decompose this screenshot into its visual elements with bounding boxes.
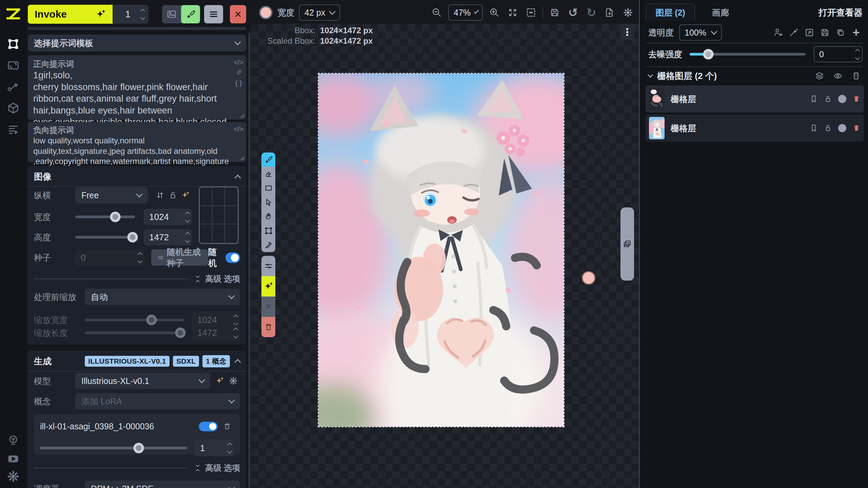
delete-layer-icon[interactable] — [852, 95, 861, 103]
negative-prompt-text[interactable]: low quality,worst quality,normal quality… — [33, 136, 233, 167]
brush-color-swatch[interactable] — [259, 6, 273, 19]
queue-count-stepper[interactable]: 1 — [113, 5, 149, 24]
rail-support-icon[interactable] — [0, 431, 26, 450]
aspect-select[interactable]: Free — [75, 187, 148, 203]
pose-layer-icon[interactable] — [772, 25, 785, 40]
lock-open-icon[interactable] — [824, 95, 832, 103]
rail-canvas-tab[interactable] — [0, 35, 26, 54]
fit-canvas-icon[interactable] — [506, 5, 519, 20]
layer-color-dot[interactable] — [838, 124, 846, 132]
scale-mode-select[interactable]: 自动 — [85, 289, 240, 305]
duplicate-layer-icon[interactable] — [834, 25, 847, 40]
image-section-header[interactable]: 图像 — [28, 166, 246, 186]
prompt-template-select[interactable]: 选择提示词模板 — [28, 35, 246, 52]
delete-layer-icon[interactable] — [852, 124, 861, 132]
new-session-icon[interactable] — [603, 5, 616, 20]
wand-icon[interactable] — [787, 25, 800, 40]
layers-stack-icon[interactable] — [813, 68, 826, 83]
rail-settings-icon[interactable] — [0, 467, 26, 486]
panel-scrollbar[interactable] — [249, 33, 250, 488]
code-icon[interactable]: </> — [234, 59, 243, 66]
eraser-tool[interactable] — [261, 167, 275, 181]
lora-weight-input[interactable]: 1 — [195, 440, 234, 456]
advanced-options-row[interactable]: 高级 选项 — [34, 274, 240, 284]
move-select-tool[interactable] — [261, 195, 275, 209]
save-canvas-icon[interactable] — [548, 5, 561, 20]
canvas-viewport[interactable]: 宽度 42 px 47% ↺ ↻ — [251, 0, 640, 488]
undo-icon[interactable]: ↺ — [566, 5, 580, 20]
brush-tool[interactable] — [261, 152, 275, 167]
random-seed-button[interactable]: 随机生成种子 — [151, 249, 208, 266]
zoom-level-select[interactable]: 47% — [448, 4, 483, 21]
code-icon[interactable]: </> — [234, 125, 243, 133]
resize-handle-icon[interactable] — [239, 112, 245, 118]
width-input[interactable]: 1024 — [144, 209, 192, 225]
rail-upscale-tab[interactable] — [0, 56, 26, 75]
generation-section-header[interactable]: 生成 ILLUSTRIOUS-XL-V0.1 SDXL 1 概念 — [28, 350, 246, 371]
zoom-in-icon[interactable] — [488, 5, 501, 20]
model-settings-icon[interactable] — [226, 373, 240, 388]
tab-gallery[interactable]: 画廊 — [695, 4, 746, 21]
height-input[interactable]: 1472 — [144, 229, 192, 245]
canvas-image[interactable] — [318, 74, 564, 427]
filters-button[interactable] — [261, 256, 275, 276]
denoise-slider[interactable] — [690, 53, 806, 56]
add-lora-select[interactable]: 添加 LoRA — [75, 393, 240, 409]
add-layer-icon[interactable]: + — [850, 25, 863, 40]
delete-layer-button[interactable] — [261, 317, 275, 337]
canvas-settings-icon[interactable] — [621, 5, 635, 20]
lock-open-icon[interactable] — [824, 124, 832, 132]
resize-handle-icon[interactable] — [239, 155, 245, 161]
tab-layers[interactable]: 图层 (2) — [646, 3, 695, 21]
bbox-tool[interactable] — [261, 224, 275, 238]
rail-youtube-icon[interactable] — [0, 449, 26, 468]
rail-queue-tab[interactable] — [0, 120, 26, 139]
lora-weight-slider[interactable] — [40, 447, 187, 449]
model-sparkle-icon[interactable] — [213, 373, 226, 388]
layer-color-dot[interactable] — [838, 95, 846, 103]
model-select[interactable]: Illustrious-XL-v0.1 — [75, 373, 210, 389]
color-picker-tool[interactable] — [261, 238, 275, 252]
layer-row[interactable]: 栅格层 — [646, 85, 864, 113]
panel-menu-button[interactable] — [204, 5, 223, 23]
save-layer-icon[interactable] — [818, 25, 831, 40]
braces-icon[interactable]: { } — [235, 79, 242, 87]
visibility-icon[interactable] — [831, 68, 844, 83]
lock-open-icon[interactable] — [166, 188, 179, 203]
invoke-generate-button[interactable] — [261, 276, 275, 297]
gallery-drawer-handle[interactable] — [620, 207, 634, 281]
pan-tool[interactable] — [261, 209, 275, 224]
height-slider[interactable] — [75, 236, 135, 239]
raster-layers-header[interactable]: 栅格图层 (2 个) — [648, 69, 863, 83]
width-slider[interactable] — [75, 216, 135, 218]
redo-icon[interactable]: ↻ — [585, 5, 598, 20]
canvas-menu-button[interactable]: ⋮ — [620, 24, 634, 40]
rail-models-tab[interactable] — [0, 99, 26, 118]
positive-prompt-box[interactable]: 正向提示词 1girl,solo, cherry blossoms,hair f… — [28, 55, 246, 120]
brush-width-select[interactable]: 42 px — [299, 4, 340, 21]
invoke-button[interactable]: Invoke — [28, 5, 113, 24]
denoise-input[interactable]: 0 — [814, 46, 863, 62]
lora-enabled-toggle[interactable] — [199, 422, 217, 431]
negative-prompt-box[interactable]: 负向提示词 low quality,worst quality,normal q… — [28, 122, 246, 162]
fit-bbox-icon[interactable] — [524, 5, 538, 20]
lora-delete-icon[interactable] — [220, 419, 234, 434]
bookmark-icon[interactable] — [810, 124, 818, 132]
swap-dimensions-icon[interactable] — [154, 188, 166, 203]
advanced-options-row[interactable]: 高级 选项 — [34, 463, 240, 473]
transform-icon[interactable] — [803, 25, 816, 40]
canvas-mode-button[interactable] — [181, 5, 200, 23]
rail-workflows-tab[interactable] — [0, 77, 26, 96]
zoom-out-icon[interactable] — [430, 5, 443, 20]
bookmark-icon[interactable] — [810, 95, 818, 103]
open-viewer-button[interactable]: 打开查看器 — [818, 4, 863, 21]
layer-row[interactable]: 栅格层 — [646, 115, 864, 142]
opacity-select[interactable]: 100% — [679, 24, 722, 41]
rectangle-tool[interactable] — [261, 181, 275, 195]
random-seed-toggle[interactable] — [225, 252, 240, 263]
optimize-size-icon[interactable] — [179, 188, 192, 203]
seed-input[interactable]: 0 — [75, 249, 144, 266]
image-mode-button[interactable] — [162, 5, 181, 23]
paperclip-icon[interactable] — [235, 69, 242, 77]
scheduler-select[interactable]: DPM++ 2M SDE — [85, 481, 240, 488]
